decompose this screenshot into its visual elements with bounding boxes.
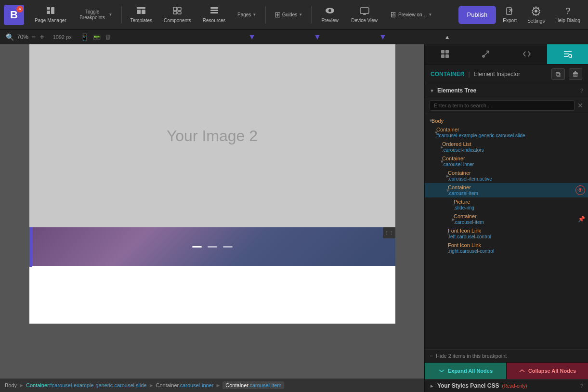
- preview-on-button[interactable]: 🖥 Preview on… ▼: [384, 2, 437, 27]
- search-input[interactable]: [430, 100, 575, 111]
- tab-style[interactable]: [466, 44, 507, 64]
- tree-node-font-icon-link-1[interactable]: Font Icon Link .left.carousel-control: [425, 226, 588, 241]
- toggle-breakpoints-button[interactable]: Toggle Breakpoints ▼: [73, 2, 118, 27]
- tree-toggle-body[interactable]: [425, 118, 431, 124]
- drag-handle-icon: ⋮⋮: [384, 230, 394, 235]
- tree-container: Body Container #carousel-example-generic…: [425, 114, 588, 349]
- page-manager-icon: [46, 6, 55, 16]
- device-view-button[interactable]: Device View: [346, 2, 382, 27]
- svg-rect-4: [137, 10, 141, 14]
- tree-toggle-container-4[interactable]: [425, 187, 448, 194]
- breakpoint-markers: ▼ ▼ ▼ ▲: [115, 33, 583, 41]
- pages-button[interactable]: Pages ▼: [233, 2, 261, 27]
- help-button[interactable]: ? Help Dialog: [551, 2, 584, 27]
- tab-search[interactable]: [547, 44, 588, 64]
- breadcrumb-container-3[interactable]: Container.carousel-item: [222, 381, 284, 389]
- brand-logo[interactable]: B 4: [4, 5, 24, 25]
- desktop-icon[interactable]: 🖥: [105, 33, 111, 41]
- breadcrumb: Body ► Container#carousel-example-generi…: [0, 379, 424, 392]
- elements-tree-header[interactable]: ▼ Elements Tree ?: [425, 84, 588, 97]
- canvas-drag-handle[interactable]: ⋮⋮: [383, 227, 395, 238]
- duplicate-icon: ⧉: [556, 70, 561, 78]
- breadcrumb-body[interactable]: Body: [5, 382, 17, 388]
- device-view-icon: [360, 6, 369, 16]
- breakpoint-marker-2: ▼: [314, 33, 321, 41]
- carousel-dot-3[interactable]: [223, 246, 233, 248]
- carousel-dot-2[interactable]: [208, 246, 217, 248]
- publish-button[interactable]: Publish: [458, 6, 497, 24]
- resources-button[interactable]: Resources: [198, 2, 231, 27]
- tree-node-container-2[interactable]: Container .carousel-inner: [425, 154, 588, 169]
- tree-toggle-container-1[interactable]: [425, 130, 436, 136]
- brand-badge: 4: [16, 6, 23, 13]
- export-icon: [505, 7, 515, 16]
- tree-toggle-container-2[interactable]: [425, 158, 442, 165]
- tree-node-container-1[interactable]: Container #carousel-example-generic.caro…: [425, 125, 588, 140]
- zoom-increase-button[interactable]: +: [39, 33, 45, 41]
- preview-on-arrow: ▼: [429, 13, 432, 17]
- tree-toggle-ordered-list[interactable]: [425, 144, 442, 150]
- carousel-dot-1[interactable]: [192, 246, 202, 248]
- tree-selector-container-1: #carousel-example-generic.carousel.slide: [436, 133, 588, 138]
- inspector-separator: |: [468, 71, 470, 78]
- breadcrumb-container-1[interactable]: Container#carousel-example-generic.carou…: [26, 382, 147, 388]
- elements-tree-help[interactable]: ?: [580, 88, 583, 93]
- search-clear-button[interactable]: ✕: [577, 102, 583, 109]
- tree-node-container-5[interactable]: Container .carousel-item 📌: [425, 212, 588, 226]
- carousel-slide-colored: [29, 227, 395, 266]
- templates-label: Templates: [131, 18, 153, 23]
- preview-button[interactable]: Preview: [315, 2, 344, 27]
- expand-all-button[interactable]: Expand All Nodes: [425, 363, 507, 379]
- svg-rect-2: [51, 7, 54, 14]
- tablet-icon[interactable]: 📟: [92, 33, 101, 41]
- phone-icon[interactable]: 📱: [80, 33, 89, 41]
- pin-button[interactable]: 📌: [578, 216, 585, 222]
- page-manager-button[interactable]: Page Manager: [30, 2, 71, 27]
- tree-node-container-3[interactable]: Container .carousel-item.active: [425, 169, 588, 183]
- help-icon: ?: [565, 6, 570, 16]
- svg-rect-10: [210, 7, 218, 9]
- svg-line-29: [571, 57, 572, 58]
- tree-label-container-4: Container .carousel-item: [448, 184, 575, 196]
- preview-icon: [325, 6, 335, 16]
- tree-node-font-icon-link-2[interactable]: Font Icon Link .right.carousel-control: [425, 241, 588, 255]
- bc-sep-2: ►: [149, 382, 154, 388]
- tree-bottom-bar: − Hide 2 items in this breakpoint: [425, 349, 588, 362]
- tree-node-picture[interactable]: Picture .slide-img: [425, 197, 588, 212]
- breadcrumb-container-2[interactable]: Container.carousel-inner: [156, 382, 214, 388]
- svg-rect-12: [210, 12, 218, 13]
- styles-panel-header[interactable]: ► Your Styles Panel CSS (Read-only) ?: [425, 379, 588, 392]
- slide-placeholder-text: Your Image 2: [167, 127, 258, 145]
- components-label: Components: [164, 18, 191, 23]
- tab-code[interactable]: [507, 44, 548, 64]
- svg-point-19: [535, 10, 537, 13]
- zoom-decrease-button[interactable]: −: [30, 33, 37, 41]
- styles-panel-title: ► Your Styles Panel CSS (Read-only): [430, 382, 527, 389]
- resources-icon: [209, 6, 219, 16]
- preview-label: Preview: [321, 18, 339, 23]
- duplicate-button[interactable]: ⧉: [551, 68, 565, 80]
- components-button[interactable]: Components: [159, 2, 196, 27]
- tree-node-ordered-list[interactable]: Ordered List .carousel-indicators: [425, 140, 588, 154]
- collapse-all-label: Collapse All Nodes: [528, 368, 576, 374]
- guides-button[interactable]: ⊞ Guides ▼: [270, 2, 308, 27]
- delete-button[interactable]: 🗑: [569, 68, 582, 80]
- settings-icon: [531, 6, 541, 17]
- inspector-actions: ⧉ 🗑: [551, 68, 582, 80]
- visibility-button[interactable]: 👁: [575, 185, 585, 195]
- zoom-out-button[interactable]: 🔍: [5, 33, 15, 41]
- styles-panel-help[interactable]: ?: [580, 383, 583, 389]
- tree-toggle-container-3[interactable]: [425, 173, 448, 179]
- export-button[interactable]: Export: [499, 2, 521, 27]
- breakpoint-marker-1: ▼: [248, 33, 256, 41]
- zoom-level: 70%: [17, 34, 28, 40]
- templates-button[interactable]: Templates: [126, 2, 157, 27]
- tree-toggle-container-5[interactable]: [425, 216, 454, 222]
- collapse-all-button[interactable]: Collapse All Nodes: [507, 363, 588, 379]
- tree-node-container-4[interactable]: Container .carousel-item 👁: [425, 183, 588, 197]
- tab-grid[interactable]: [425, 44, 466, 64]
- svg-rect-20: [441, 50, 444, 53]
- settings-button[interactable]: Settings: [523, 2, 549, 27]
- tree-label-font-icon-link-2: Font Icon Link .right.carousel-control: [448, 242, 588, 254]
- tree-node-body[interactable]: Body: [425, 116, 588, 125]
